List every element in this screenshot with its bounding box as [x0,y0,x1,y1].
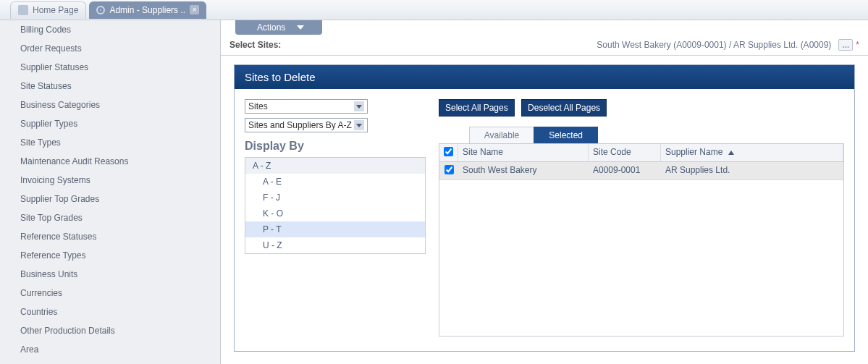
tab-admin-suppliers[interactable]: Admin - Suppliers .. × [89,1,206,19]
sidebar-item-maintenance-audit-reasons[interactable]: Maintenance Audit Reasons [0,152,220,171]
sidebar-item-supplier-statuses[interactable]: Supplier Statuses [0,58,220,77]
grid-header-row: Site Name Site Code Supplier Name [439,144,843,162]
sidebar-item-area[interactable]: Area [0,340,220,359]
chevron-down-icon [354,101,364,111]
az-item-all[interactable]: A - Z [245,158,425,174]
sidebar-item-other-production-details[interactable]: Other Production Details [0,321,220,340]
content-area: Actions Select Sites: South West Bakery … [221,20,868,364]
display-by-heading: Display By [245,140,426,153]
table-row[interactable]: South West Bakery A0009-0001 AR Supplies… [439,162,843,180]
sidebar-item-billing-codes[interactable]: Billing Codes [0,20,220,39]
sidebar-item-currencies[interactable]: Currencies [0,284,220,302]
actions-label: Actions [257,22,285,33]
filter-type-value: Sites [248,101,268,111]
az-item-uz[interactable]: U - Z [245,237,425,253]
filter-type-dropdown[interactable]: Sites [245,99,368,114]
gear-icon [96,6,105,14]
grid-tabs: Available Selected [439,127,844,144]
col-site-name[interactable]: Site Name [458,144,589,161]
cell-supplier-name: AR Supplies Ltd. [661,162,843,179]
sidebar-item-business-categories[interactable]: Business Categories [0,96,220,114]
select-all-checkbox[interactable] [444,147,453,156]
az-filter-list: A - Z A - E F - J K - O P - T U - Z [245,157,426,254]
sidebar-item-supplier-top-grades[interactable]: Supplier Top Grades [0,190,220,208]
sidebar-item-delete-supplier[interactable]: Delete Supplier [0,359,220,364]
sidebar-item-invoicing-systems[interactable]: Invoicing Systems [0,171,220,190]
sidebar-item-order-requests[interactable]: Order Requests [0,39,220,58]
select-all-pages-button[interactable]: Select All Pages [439,99,515,117]
close-icon[interactable]: × [190,5,199,14]
sort-order-value: Sites and Suppliers By A-Z [248,120,352,130]
tab-selected[interactable]: Selected [534,127,598,143]
browse-button[interactable]: ... [838,39,853,51]
sidebar-item-site-top-grades[interactable]: Site Top Grades [0,208,220,227]
chevron-down-icon [297,25,304,30]
cube-icon [18,5,28,15]
sidebar-item-site-statuses[interactable]: Site Statuses [0,77,220,96]
row-checkbox[interactable] [444,165,454,174]
sidebar-item-business-units[interactable]: Business Units [0,265,220,284]
sidebar-item-site-types[interactable]: Site Types [0,133,220,152]
cell-site-code: A0009-0001 [589,162,661,179]
col-supplier-name[interactable]: Supplier Name [661,144,843,161]
tab-available[interactable]: Available [469,127,534,143]
actions-menu[interactable]: Actions [235,20,322,35]
tab-strip: Home Page Admin - Suppliers .. × [0,0,868,20]
select-sites-value: South West Bakery (A0009-0001) / AR Supp… [597,40,831,50]
az-item-ae[interactable]: A - E [245,174,425,190]
sidebar-item-reference-statuses[interactable]: Reference Statuses [0,227,220,246]
required-indicator: * [856,40,859,50]
sidebar: Billing Codes Order Requests Supplier St… [0,20,221,364]
select-sites-row: Select Sites: South West Bakery (A0009-0… [221,35,868,56]
az-item-fj[interactable]: F - J [245,190,425,206]
col-site-code[interactable]: Site Code [589,144,661,161]
header-checkbox-cell[interactable] [439,144,458,161]
sidebar-item-countries[interactable]: Countries [0,302,220,321]
col-supplier-name-label: Supplier Name [665,147,722,157]
cell-site-name: South West Bakery [458,162,589,179]
tab-home[interactable]: Home Page [10,1,86,19]
az-item-ko[interactable]: K - O [245,206,425,221]
deselect-all-pages-button[interactable]: Deselect All Pages [521,99,607,117]
panel-title: Sites to Delete [235,65,854,89]
sites-to-delete-panel: Sites to Delete Sites Sites and Supplier… [234,64,855,352]
sort-asc-icon [728,151,734,155]
chevron-down-icon [354,120,364,130]
sidebar-item-supplier-types[interactable]: Supplier Types [0,114,220,133]
grid-body: South West Bakery A0009-0001 AR Supplies… [439,162,843,336]
tab-home-label: Home Page [33,5,78,15]
sort-order-dropdown[interactable]: Sites and Suppliers By A-Z [245,118,368,132]
az-item-pt[interactable]: P - T [245,221,425,237]
tab-admin-label: Admin - Suppliers .. [109,5,185,15]
sites-grid: Site Name Site Code Supplier Name [439,144,844,337]
select-sites-label: Select Sites: [229,40,281,50]
sidebar-item-reference-types[interactable]: Reference Types [0,246,220,265]
